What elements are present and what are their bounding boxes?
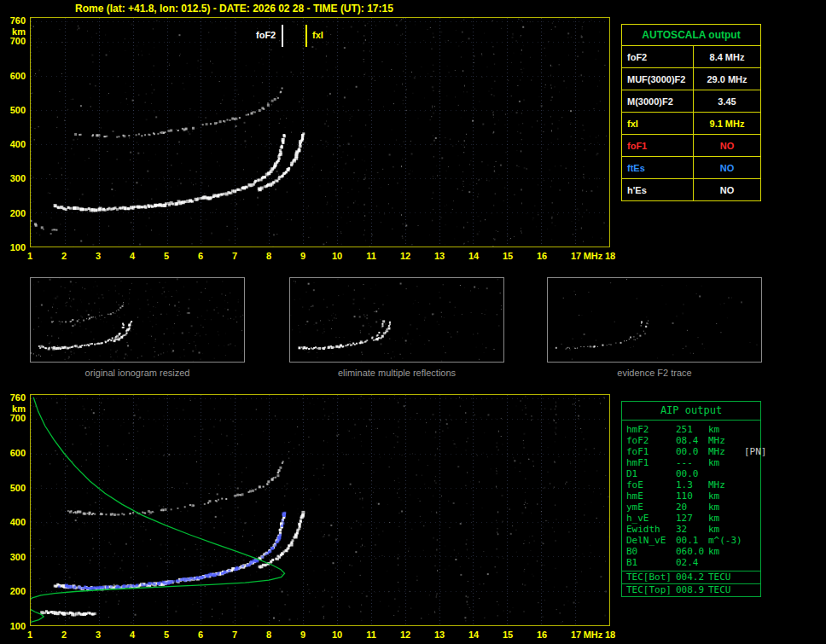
parameter-name: foE [626,479,676,490]
thumbnail-canvas-f2-trace [548,278,761,362]
x-tick-label: 17 [571,629,581,640]
parameter-value: 20 [676,502,708,513]
aip-table-row: B102.4 [622,557,760,568]
foF2-marker-label: foF2 [253,29,278,41]
aip-table-title: AIP output [622,402,760,421]
parameter-value: 08.4 [676,435,708,446]
x-tick-label: 13 [434,629,445,640]
parameter-value: 00.0 [676,468,708,479]
parameter-note [744,524,756,535]
parameter-note [744,571,756,583]
aip-table-row: Ewidth32km [622,524,760,535]
ionogram-canvas-top [31,18,609,247]
x-tick-label: 3 [96,629,101,640]
x-tick-label: 16 [537,629,547,640]
x-tick-label: 12 [400,251,410,261]
top-ionogram-plot: foF2 fxI [30,17,610,247]
autoscala-table-row: foF28.4 MHz [622,46,760,68]
parameter-name: D1 [626,468,676,479]
parameter-unit: m^(-3) [708,535,744,546]
x-tick-label: 18 [605,251,615,261]
x-tick-label: 8 [266,251,271,261]
x-tick-label: 6 [198,251,203,261]
parameter-value: 251 [676,424,708,435]
parameter-note [744,457,756,468]
x-tick-label: 5 [164,251,169,261]
parameter-value: 060.0 [676,546,708,557]
y-tick-label: 200 [2,586,26,596]
parameter-note [744,513,756,524]
parameter-unit: km [708,424,744,435]
x-tick-label: 12 [400,629,410,640]
x-tick-label: 2 [61,629,67,640]
parameter-note [744,490,756,502]
aip-table-row: DelN_vE00.1m^(-3) [622,535,760,546]
y-tick-label: 700 [2,36,26,46]
parameter-name: fxI [622,113,694,134]
parameter-name: TEC[Top] [626,584,676,596]
parameter-name: h'Es [622,179,694,200]
thumbnail-filtered-ionogram [289,277,504,363]
x-tick-label: 4 [130,629,135,640]
ionogram-canvas-bottom [31,395,609,625]
aip-table-row: hmF2251km [622,424,760,435]
parameter-value: NO [694,179,760,200]
x-tick-label: 15 [503,629,513,640]
parameter-note [744,535,756,546]
parameter-value: 9.1 MHz [694,113,760,134]
x-tick-label: 7 [232,251,237,261]
parameter-value: NO [694,135,760,156]
parameter-unit [708,468,744,479]
parameter-note [744,435,756,446]
y-tick-label: 700 [2,413,26,423]
x-tick-label: 1 [27,251,32,261]
parameter-unit: km [708,457,744,468]
parameter-unit: MHz [708,446,744,457]
aip-table-tec-section: TEC[Bot]004.2TECUTEC[Top]008.9TECU [622,571,760,596]
y-axis-unit-label: km [2,26,26,37]
y-tick-label: 100 [2,242,26,252]
parameter-note [744,479,756,490]
x-tick-label: 10 [332,251,342,261]
station-date-time-title: Rome (lat: +41.8, lon: 012.5) - DATE: 20… [75,3,393,15]
thumbnail-caption-original: original ionogram resized [30,368,245,378]
fxI-marker-label: fxI [310,29,326,41]
autoscala-table-row: M(3000)F23.45 [622,90,760,113]
parameter-name: hmF2 [626,424,676,435]
x-tick-label: 9 [300,251,305,261]
parameter-name: TEC[Bot] [626,571,676,583]
parameter-name: hmE [626,490,676,502]
bottom-ionogram-plot [30,394,610,626]
x-tick-label: 14 [468,251,479,261]
parameter-name: foF1 [622,135,694,156]
y-tick-label: 400 [2,139,26,149]
aip-table-row: foF100.0MHz[PN] [622,446,760,457]
parameter-name: hmF1 [626,457,676,468]
aip-table-row: hmE110km [622,490,760,502]
y-tick-label: 760 [2,392,26,403]
parameter-name: B0 [626,546,676,557]
parameter-unit: TECU [708,584,744,596]
parameter-unit: MHz [708,479,744,490]
parameter-name: B1 [626,557,676,568]
parameter-name: DelN_vE [626,535,676,546]
parameter-unit: km [708,524,744,535]
parameter-value: 29.0 MHz [694,68,760,90]
parameter-unit [708,557,744,568]
parameter-value: 008.9 [676,584,708,596]
y-tick-label: 100 [2,621,26,631]
x-axis-unit-label: MHz [584,629,603,640]
x-tick-label: 5 [164,629,169,640]
parameter-name: foF1 [626,446,676,457]
autoscala-table-row: foF1NO [622,135,760,157]
parameter-name: foF2 [626,435,676,446]
parameter-value: 02.4 [676,557,708,568]
thumbnail-canvas-original [31,278,244,362]
aip-table-row: ymE20km [622,502,760,513]
autoscala-table-row: h'EsNO [622,179,760,200]
autoscala-output-table: AUTOSCALA output foF28.4 MHzMUF(3000)F22… [621,24,761,201]
parameter-name: foF2 [622,46,694,67]
parameter-unit: TECU [708,571,744,583]
x-tick-label: 1 [27,629,32,640]
x-tick-label: 2 [61,251,67,261]
